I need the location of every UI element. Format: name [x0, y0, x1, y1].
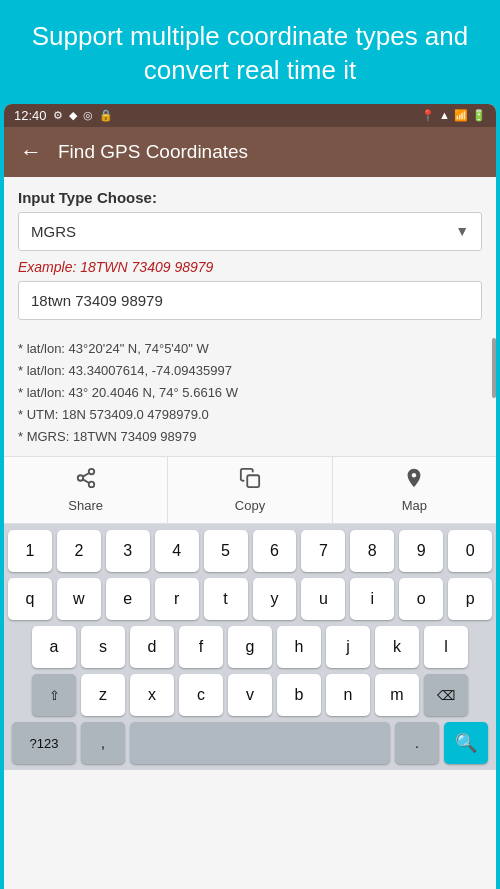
- app-bar-title: Find GPS Coordinates: [58, 141, 248, 163]
- key-r[interactable]: r: [155, 578, 199, 620]
- phone-frame: 12:40 ⚙ ◆ ◎ 🔒 📍 ▲ 📶 🔋 ← Find GPS Coordin…: [4, 104, 496, 889]
- back-button[interactable]: ←: [20, 139, 42, 165]
- key-i[interactable]: i: [350, 578, 394, 620]
- key-8[interactable]: 8: [350, 530, 394, 572]
- lock-icon: 🔒: [99, 109, 113, 122]
- result-line-1: * lat/lon: 43°20'24" N, 74°5'40" W: [18, 338, 482, 360]
- key-y[interactable]: y: [253, 578, 297, 620]
- keyboard-row-qwerty: q w e r t y u i o p: [8, 578, 492, 620]
- comma-key[interactable]: ,: [81, 722, 125, 764]
- action-buttons-row: Share Copy Map: [4, 456, 496, 524]
- status-bar: 12:40 ⚙ ◆ ◎ 🔒 📍 ▲ 📶 🔋: [4, 104, 496, 127]
- key-s[interactable]: s: [81, 626, 125, 668]
- key-u[interactable]: u: [301, 578, 345, 620]
- key-l[interactable]: l: [424, 626, 468, 668]
- wifi-icon: ▲: [439, 109, 450, 121]
- key-9[interactable]: 9: [399, 530, 443, 572]
- key-4[interactable]: 4: [155, 530, 199, 572]
- share-label: Share: [68, 498, 103, 513]
- backspace-key[interactable]: ⌫: [424, 674, 468, 716]
- input-type-dropdown[interactable]: MGRS ▼: [18, 212, 482, 251]
- app-bar: ← Find GPS Coordinates: [4, 127, 496, 177]
- result-line-5: * MGRS: 18TWN 73409 98979: [18, 426, 482, 448]
- share-button[interactable]: Share: [4, 457, 168, 523]
- svg-rect-5: [247, 475, 259, 487]
- key-k[interactable]: k: [375, 626, 419, 668]
- svg-line-3: [83, 479, 89, 483]
- key-e[interactable]: e: [106, 578, 150, 620]
- map-pin-icon: [403, 467, 425, 494]
- circle-icon: ◎: [83, 109, 93, 122]
- numbers-symbols-key[interactable]: ?123: [12, 722, 76, 764]
- key-c[interactable]: c: [179, 674, 223, 716]
- key-w[interactable]: w: [57, 578, 101, 620]
- chevron-down-icon: ▼: [455, 223, 469, 239]
- key-7[interactable]: 7: [301, 530, 345, 572]
- key-o[interactable]: o: [399, 578, 443, 620]
- pin-icon: 📍: [421, 109, 435, 122]
- search-key[interactable]: 🔍: [444, 722, 488, 764]
- key-6[interactable]: 6: [253, 530, 297, 572]
- scrollbar[interactable]: [492, 338, 496, 398]
- svg-line-4: [83, 473, 89, 477]
- key-b[interactable]: b: [277, 674, 321, 716]
- copy-button[interactable]: Copy: [168, 457, 332, 523]
- key-q[interactable]: q: [8, 578, 52, 620]
- key-n[interactable]: n: [326, 674, 370, 716]
- key-z[interactable]: z: [81, 674, 125, 716]
- content-area: Input Type Choose: MGRS ▼ Example: 18TWN…: [4, 177, 496, 889]
- status-right: 📍 ▲ 📶 🔋: [421, 109, 486, 122]
- space-key[interactable]: [130, 722, 390, 764]
- result-line-2: * lat/lon: 43.34007614, -74.09435997: [18, 360, 482, 382]
- key-2[interactable]: 2: [57, 530, 101, 572]
- map-label: Map: [402, 498, 427, 513]
- key-m[interactable]: m: [375, 674, 419, 716]
- keyboard-row-asdf: a s d f g h j k l: [8, 626, 492, 668]
- dropdown-selected-value: MGRS: [31, 223, 76, 240]
- gear-icon: ⚙: [53, 109, 63, 122]
- key-0[interactable]: 0: [448, 530, 492, 572]
- key-x[interactable]: x: [130, 674, 174, 716]
- status-time: 12:40: [14, 108, 47, 123]
- coordinate-input[interactable]: [18, 281, 482, 320]
- example-text: Example: 18TWN 73409 98979: [18, 259, 482, 275]
- key-p[interactable]: p: [448, 578, 492, 620]
- map-button[interactable]: Map: [333, 457, 496, 523]
- key-a[interactable]: a: [32, 626, 76, 668]
- keyboard-row-numbers: 1 2 3 4 5 6 7 8 9 0: [8, 530, 492, 572]
- input-type-label: Input Type Choose:: [18, 189, 482, 206]
- status-left: 12:40 ⚙ ◆ ◎ 🔒: [14, 108, 113, 123]
- key-f[interactable]: f: [179, 626, 223, 668]
- key-h[interactable]: h: [277, 626, 321, 668]
- result-line-4: * UTM: 18N 573409.0 4798979.0: [18, 404, 482, 426]
- key-j[interactable]: j: [326, 626, 370, 668]
- shift-key[interactable]: ⇧: [32, 674, 76, 716]
- key-v[interactable]: v: [228, 674, 272, 716]
- copy-icon: [239, 467, 261, 494]
- key-g[interactable]: g: [228, 626, 272, 668]
- key-3[interactable]: 3: [106, 530, 150, 572]
- key-d[interactable]: d: [130, 626, 174, 668]
- key-5[interactable]: 5: [204, 530, 248, 572]
- example-label: Example:: [18, 259, 76, 275]
- keyboard: 1 2 3 4 5 6 7 8 9 0 q w e r t y u i: [4, 524, 496, 770]
- example-value: 18TWN 73409 98979: [80, 259, 213, 275]
- result-line-3: * lat/lon: 43° 20.4046 N, 74° 5.6616 W: [18, 382, 482, 404]
- signal-icon: 📶: [454, 109, 468, 122]
- copy-label: Copy: [235, 498, 265, 513]
- share-icon: [75, 467, 97, 494]
- results-section: * lat/lon: 43°20'24" N, 74°5'40" W * lat…: [4, 338, 496, 448]
- key-1[interactable]: 1: [8, 530, 52, 572]
- key-t[interactable]: t: [204, 578, 248, 620]
- form-section: Input Type Choose: MGRS ▼ Example: 18TWN…: [4, 177, 496, 338]
- banner: Support multiple coordinate types and co…: [0, 0, 500, 104]
- keyboard-bottom-row: ?123 , . 🔍: [8, 722, 492, 764]
- keyboard-row-zxcv: ⇧ z x c v b n m ⌫: [8, 674, 492, 716]
- battery-icon: 🔋: [472, 109, 486, 122]
- period-key[interactable]: .: [395, 722, 439, 764]
- location-icon: ◆: [69, 109, 77, 122]
